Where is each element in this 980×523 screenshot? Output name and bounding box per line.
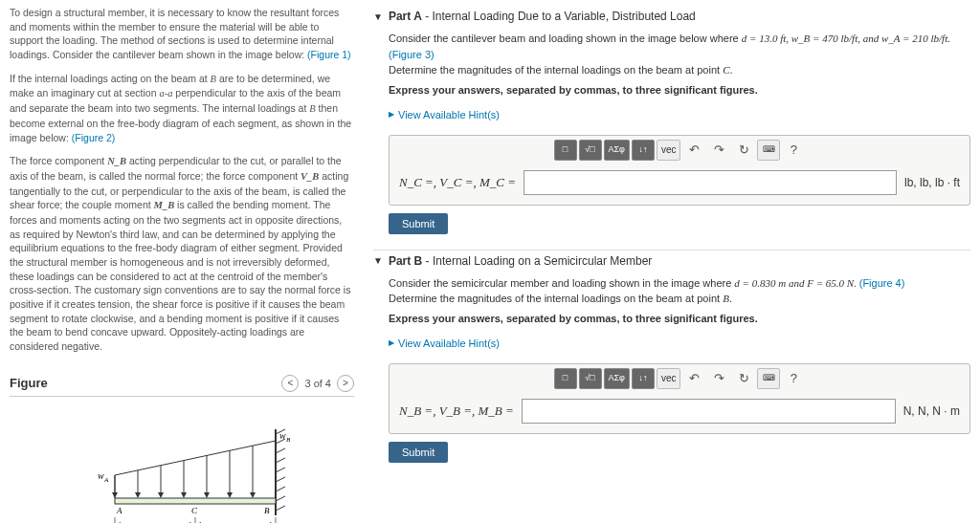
svg-marker-26: [250, 492, 256, 498]
part-b-answer-input[interactable]: [522, 399, 896, 424]
svg-text:w: w: [279, 430, 286, 441]
figure-next-button[interactable]: >: [337, 375, 354, 392]
part-a-answer-box: □ √□ ΑΣφ ↓↑ vec ↶ ↷ ↻ ⌨ ? N_C =, V_C =, …: [389, 135, 970, 206]
figure-2-link[interactable]: (Figure 2): [72, 132, 116, 143]
svg-line-11: [115, 441, 276, 475]
figure-1-link[interactable]: (Figure 1): [307, 49, 351, 60]
svg-line-3: [276, 448, 285, 453]
greek-button[interactable]: ΑΣφ: [604, 368, 630, 389]
figure-counter: 3 of 4: [304, 378, 331, 389]
vec-button[interactable]: vec: [657, 368, 681, 389]
part-a-hint-toggle[interactable]: View Available Hint(s): [389, 107, 500, 123]
part-b-units: N, N, N · m: [903, 403, 960, 420]
sqrt-button[interactable]: √□: [579, 368, 602, 389]
undo-button[interactable]: ↶: [682, 368, 705, 389]
svg-text:C: C: [191, 506, 198, 515]
part-a: ▼ Part A - Internal Loading Due to a Var…: [373, 6, 970, 234]
help-button[interactable]: ?: [782, 368, 805, 389]
part-b-toolbar: □ √□ ΑΣφ ↓↑ vec ↶ ↷ ↻ ⌨ ?: [390, 364, 969, 393]
svg-marker-14: [112, 492, 118, 498]
part-a-units: lb, lb, lb · ft: [904, 174, 960, 191]
keyboard-button[interactable]: ⌨: [757, 368, 780, 389]
svg-marker-24: [227, 492, 233, 498]
part-a-toolbar: □ √□ ΑΣφ ↓↑ vec ↶ ↷ ↻ ⌨ ?: [390, 136, 969, 164]
vec-button[interactable]: vec: [657, 140, 681, 161]
svg-text:w: w: [98, 470, 104, 481]
part-b-instructions: Express your answers, separated by comma…: [389, 311, 970, 327]
part-a-submit-button[interactable]: Submit: [389, 213, 448, 234]
svg-text:A: A: [103, 476, 109, 484]
undo-button[interactable]: ↶: [682, 140, 705, 161]
svg-text:B: B: [264, 506, 270, 515]
svg-marker-22: [204, 492, 210, 498]
part-a-description: Consider the cantilever beam and loading…: [389, 31, 970, 62]
svg-rect-10: [115, 498, 276, 504]
part-b: ▼ Part B - Internal Loading on a Semicir…: [373, 251, 970, 463]
part-a-answer-label: N_C =, V_C =, M_C =: [399, 173, 516, 192]
arrows-button[interactable]: ↓↑: [632, 140, 655, 161]
greek-button[interactable]: ΑΣφ: [604, 140, 630, 161]
reset-button[interactable]: ↻: [732, 368, 755, 389]
templates-button[interactable]: □: [554, 140, 577, 161]
intro-paragraph-1: To design a structural member, it is nec…: [10, 6, 354, 62]
help-button[interactable]: ?: [782, 140, 805, 161]
part-a-answer-input[interactable]: [523, 170, 897, 195]
sqrt-button[interactable]: √□: [579, 140, 602, 161]
svg-line-6: [276, 477, 285, 482]
part-b-description: Consider the semicircular member and loa…: [389, 275, 970, 292]
figure-header: Figure < 3 of 4 >: [10, 371, 354, 397]
keyboard-button[interactable]: ⌨: [757, 140, 780, 161]
part-b-answer-label: N_B =, V_B =, M_B =: [399, 402, 514, 421]
svg-line-9: [276, 506, 285, 511]
svg-line-8: [276, 496, 285, 501]
part-b-answer-box: □ √□ ΑΣφ ↓↑ vec ↶ ↷ ↻ ⌨ ? N_B =, V_B =, …: [389, 363, 970, 434]
figure-3-link[interactable]: (Figure 3): [389, 49, 434, 60]
intro-paragraph-2: If the internal loadings acting on the b…: [10, 72, 354, 144]
redo-button[interactable]: ↷: [707, 140, 730, 161]
intro-paragraph-3: The force component N_B acting perpendic…: [10, 154, 354, 354]
svg-text:A: A: [116, 506, 122, 515]
part-a-instructions: Express your answers, separated by comma…: [389, 82, 970, 98]
part-a-prompt: Determine the magnitudes of the internal…: [389, 62, 970, 78]
figure-4-link[interactable]: (Figure 4): [859, 277, 905, 289]
svg-marker-16: [135, 492, 141, 498]
svg-marker-20: [181, 492, 187, 498]
svg-text:B: B: [286, 436, 291, 444]
part-b-title: Part B - Internal Loading on a Semicircu…: [389, 254, 652, 268]
part-b-submit-button[interactable]: Submit: [389, 442, 448, 463]
reset-button[interactable]: ↻: [732, 140, 755, 161]
svg-line-7: [276, 487, 285, 491]
redo-button[interactable]: ↷: [707, 368, 730, 389]
figure-prev-button[interactable]: <: [281, 375, 299, 392]
svg-marker-18: [158, 492, 164, 498]
arrows-button[interactable]: ↓↑: [632, 368, 655, 389]
figure-diagram: wA wB A C B d d: [10, 410, 354, 523]
part-b-prompt: Determine the magnitudes of the internal…: [389, 291, 970, 307]
part-b-collapse-icon[interactable]: ▼: [373, 255, 383, 266]
templates-button[interactable]: □: [554, 368, 577, 389]
part-a-title: Part A - Internal Loading Due to a Varia…: [389, 10, 696, 23]
svg-line-5: [276, 468, 285, 472]
svg-line-4: [276, 458, 285, 463]
figure-title: Figure: [10, 376, 48, 390]
part-b-hint-toggle[interactable]: View Available Hint(s): [389, 336, 500, 352]
part-a-collapse-icon[interactable]: ▼: [373, 11, 383, 22]
